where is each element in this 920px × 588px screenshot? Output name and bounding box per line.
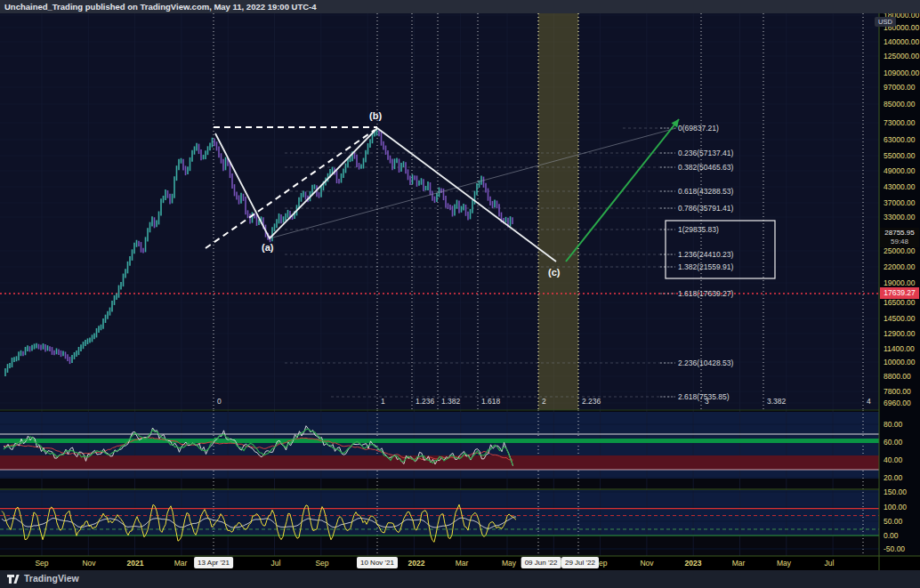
current-price-badge: 28755.95 59:48 [880,228,919,247]
current-price-value: 28755.95 [880,229,919,238]
tradingview-chart-window: Unchained_Trading published on TradingVi… [0,0,920,588]
chart-canvas[interactable] [0,0,920,588]
bar-countdown: 59:48 [880,238,919,246]
currency-chip[interactable]: USD [875,17,896,27]
fib-level-price-badge: 17639.27 [880,287,919,299]
header-bar: Unchained_Trading published on TradingVi… [0,0,920,13]
tradingview-logo-icon[interactable] [7,575,20,584]
footer-brand[interactable]: TradingView [24,573,79,584]
header-title: Unchained_Trading published on TradingVi… [4,2,317,12]
footer-bar: TradingView [0,570,920,588]
